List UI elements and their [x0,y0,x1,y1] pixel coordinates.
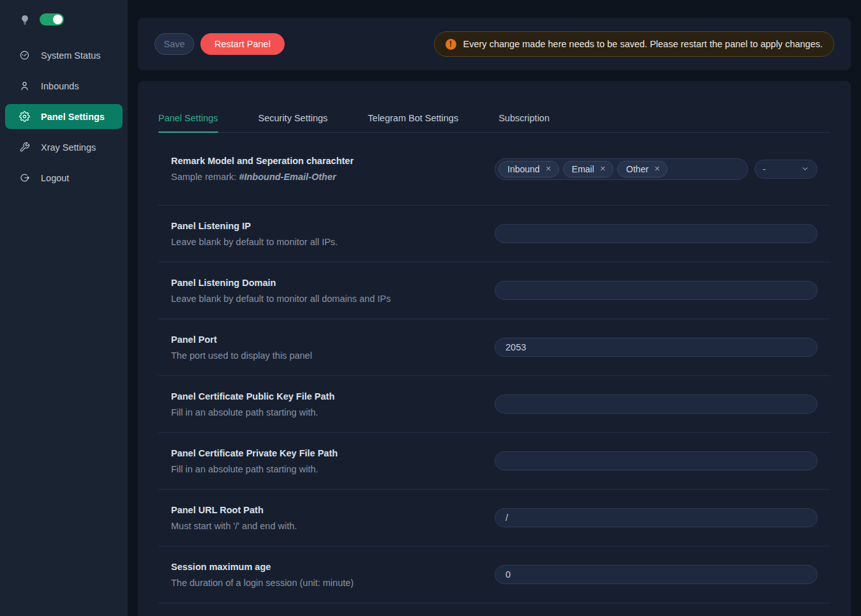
row-description: Fill in an absolute path starting with. [171,464,338,474]
settings-row-panel-certificate-public-key-file-path: Panel Certificate Public Key File PathFi… [158,376,830,433]
row-text: Panel PortThe port used to display this … [171,334,312,361]
row-text: Panel URL Root PathMust start with '/' a… [171,505,297,531]
row-label: Panel Listening Domain [171,278,391,288]
toolbar-buttons: Save Restart Panel [154,33,285,55]
sidebar-item-label: Inbounds [41,81,79,91]
restart-panel-button[interactable]: Restart Panel [200,33,285,55]
sidebar-nav: System StatusInboundsPanel SettingsXray … [0,43,128,190]
settings-form: Remark Model and Seperation charachterSa… [158,133,830,616]
row-label: Remark Model and Seperation charachter [171,156,354,166]
wrench-icon [19,142,30,153]
tag-other: Other✕ [617,161,668,177]
settings-row-panel-certificate-private-key-file-path: Panel Certificate Private Key File PathF… [158,433,830,490]
gear-icon [19,111,30,122]
bulb-icon [19,14,31,26]
row-label: Panel Certificate Public Key File Path [171,391,334,402]
row-control [495,281,818,300]
row-label: Panel Port [171,334,312,345]
row-description: Leave blank by default to monitor all IP… [171,237,338,247]
sidebar-item-label: Xray Settings [41,142,96,153]
row-control [495,394,818,414]
settings-card: Panel SettingsSecurity SettingsTelegram … [138,81,851,616]
row-label: Panel Certificate Private Key File Path [171,448,338,458]
chevron-down-icon [801,165,809,173]
sidebar-item-inbounds[interactable]: Inbounds [5,73,123,98]
sidebar-item-panel-settings[interactable]: Panel Settings [5,104,123,129]
toolbar-card: Save Restart Panel ! Every change made h… [138,18,851,70]
tag-inbound: Inbound✕ [498,161,559,177]
tab-security-settings[interactable]: Security Settings [258,113,328,132]
panel-url-root-path-input[interactable] [495,508,818,527]
settings-row-panel-listening-domain: Panel Listening DomainLeave blank by def… [158,262,830,319]
row-text: Panel Certificate Private Key File PathF… [171,448,338,474]
panel-port-input[interactable] [495,338,818,357]
settings-row-session-maximum-age: Session maximum ageThe duration of a log… [158,546,830,603]
tag-email: Email✕ [563,161,613,177]
tab-telegram-bot-settings[interactable]: Telegram Bot Settings [368,113,458,132]
row-label: Session maximum age [171,562,354,572]
row-text: Panel Certificate Public Key File PathFi… [171,391,334,417]
sidebar-item-system-status[interactable]: System Status [5,43,123,68]
tag-close-icon[interactable]: ✕ [546,165,551,172]
tag-label: Email [572,164,594,174]
row-text: Remark Model and Seperation charachterSa… [171,156,354,182]
row-text: Session maximum ageThe duration of a log… [171,562,354,588]
sidebar-item-label: Panel Settings [41,112,105,122]
gauge-icon [19,50,30,61]
panel-listening-ip-input[interactable] [495,224,818,243]
panel-certificate-private-key-file-path-input[interactable] [495,451,818,470]
panel-certificate-public-key-file-path-input[interactable] [495,394,818,414]
logout-icon [19,172,30,183]
row-text: Panel Listening IPLeave blank by default… [171,221,338,247]
session-maximum-age-input[interactable] [495,565,818,584]
row-description: Fill in an absolute path starting with. [171,407,334,417]
separator-select[interactable]: - [754,160,818,179]
row-control [495,338,818,357]
tag-close-icon[interactable]: ✕ [654,165,660,172]
row-control [495,451,818,470]
warning-icon: ! [445,39,456,50]
row-description: The port used to display this panel [171,350,312,361]
sidebar-item-label: System Status [41,50,100,61]
row-label: Panel URL Root Path [171,505,297,515]
row-description: The duration of a login session (unit: m… [171,578,354,588]
settings-row-panel-port: Panel PortThe port used to display this … [158,319,830,376]
row-control [495,565,818,584]
settings-row-panel-listening-ip: Panel Listening IPLeave blank by default… [158,206,830,262]
row-description: Leave blank by default to monitor all do… [171,294,391,304]
theme-toggle[interactable] [40,13,64,26]
tag-label: Inbound [507,164,540,174]
sidebar-item-xray-settings[interactable]: Xray Settings [5,135,123,160]
tab-panel-settings[interactable]: Panel Settings [158,113,218,132]
panel-listening-domain-input[interactable] [495,281,818,300]
settings-row-row [158,603,830,616]
theme-row [0,0,128,26]
warning-text: Every change made here needs to be saved… [463,39,823,49]
settings-row-panel-url-root-path: Panel URL Root PathMust start with '/' a… [158,490,830,546]
user-icon [19,80,30,91]
tag-close-icon[interactable]: ✕ [600,165,606,172]
main-area: Save Restart Panel ! Every change made h… [128,0,861,616]
row-control [495,508,818,527]
separator-select-value: - [763,164,766,174]
warning-banner: ! Every change made here needs to be sav… [434,31,834,57]
row-control: Inbound✕Email✕Other✕- [495,158,818,180]
sidebar-item-logout[interactable]: Logout [5,165,123,190]
sidebar: System StatusInboundsPanel SettingsXray … [0,0,128,616]
save-button[interactable]: Save [154,33,194,55]
row-control [495,224,818,243]
tab-subscription[interactable]: Subscription [498,113,550,132]
theme-toggle-knob [53,15,63,24]
row-text: Panel Listening DomainLeave blank by def… [171,278,391,304]
tag-label: Other [626,164,648,174]
row-description: Sample remark: #Inbound-Email-Other [171,172,354,182]
sidebar-item-label: Logout [41,173,69,183]
row-label: Panel Listening IP [171,221,338,231]
settings-row-remark-model-and-seperation-charachter: Remark Model and Seperation charachterSa… [158,133,830,206]
row-description: Must start with '/' and end with. [171,521,297,531]
remark-tags-input[interactable]: Inbound✕Email✕Other✕ [495,158,748,180]
tabs-bar: Panel SettingsSecurity SettingsTelegram … [158,113,830,133]
